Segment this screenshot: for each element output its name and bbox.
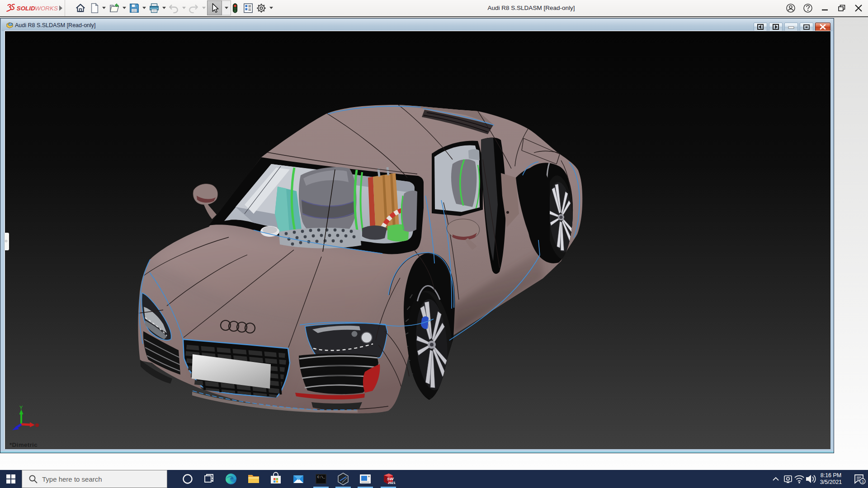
svg-text:WORKS: WORKS [35,5,58,12]
svg-text:2021: 2021 [388,481,396,485]
svg-text:C:\_: C:\_ [317,475,326,479]
svg-text:SOLID: SOLID [17,5,35,12]
svg-text:3: 3 [861,479,863,484]
